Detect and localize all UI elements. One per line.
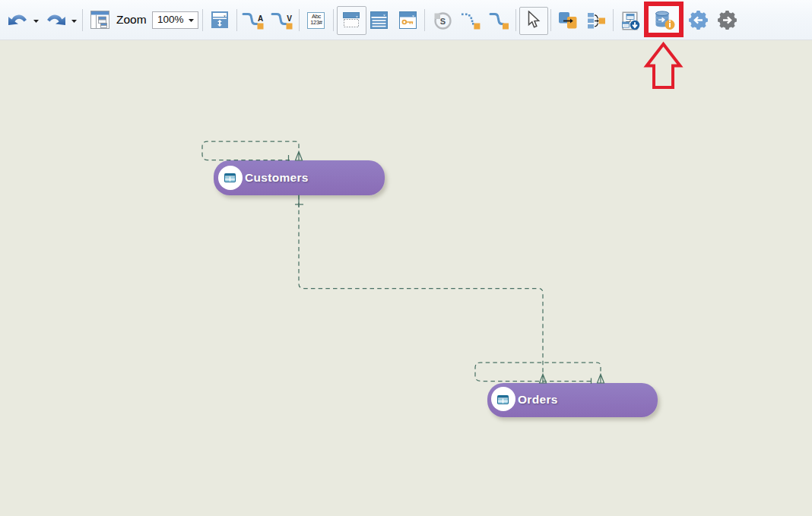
svg-text:A: A xyxy=(258,14,263,23)
svg-text:V: V xyxy=(287,14,292,23)
svg-text:S: S xyxy=(440,17,446,26)
